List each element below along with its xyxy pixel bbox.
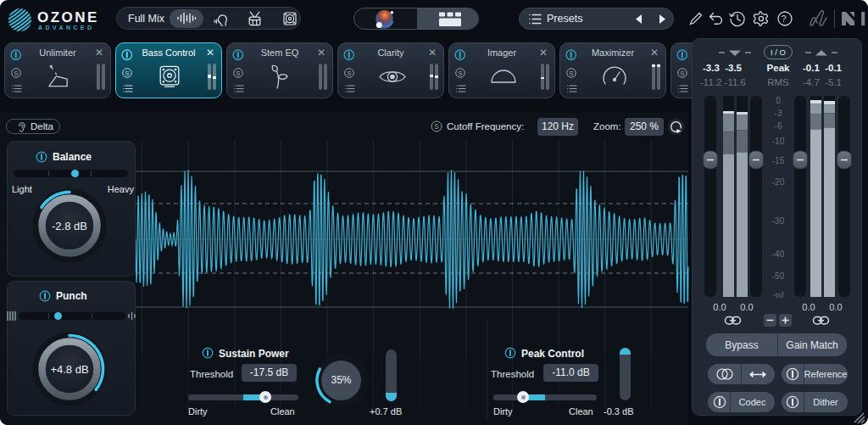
svg-text:S: S bbox=[434, 122, 439, 131]
svg-text:-15: -15 bbox=[772, 156, 785, 165]
svg-text:S: S bbox=[125, 70, 129, 77]
svg-text:0: 0 bbox=[776, 96, 781, 105]
svg-text:S: S bbox=[14, 70, 18, 77]
svg-text:-10: -10 bbox=[772, 137, 785, 146]
svg-text:-Inf: -Inf bbox=[772, 291, 784, 299]
svg-text:-40: -40 bbox=[772, 249, 785, 259]
svg-text:S: S bbox=[347, 70, 351, 77]
svg-text:-30: -30 bbox=[772, 216, 785, 226]
svg-text:S: S bbox=[569, 70, 573, 77]
svg-text:S: S bbox=[680, 70, 684, 77]
svg-text:-3: -3 bbox=[775, 109, 782, 118]
svg-text:S: S bbox=[458, 70, 462, 77]
svg-text:S: S bbox=[236, 70, 240, 77]
svg-text:-6: -6 bbox=[775, 121, 782, 131]
svg-text:-50: -50 bbox=[772, 271, 785, 281]
svg-text:-20: -20 bbox=[772, 177, 785, 187]
